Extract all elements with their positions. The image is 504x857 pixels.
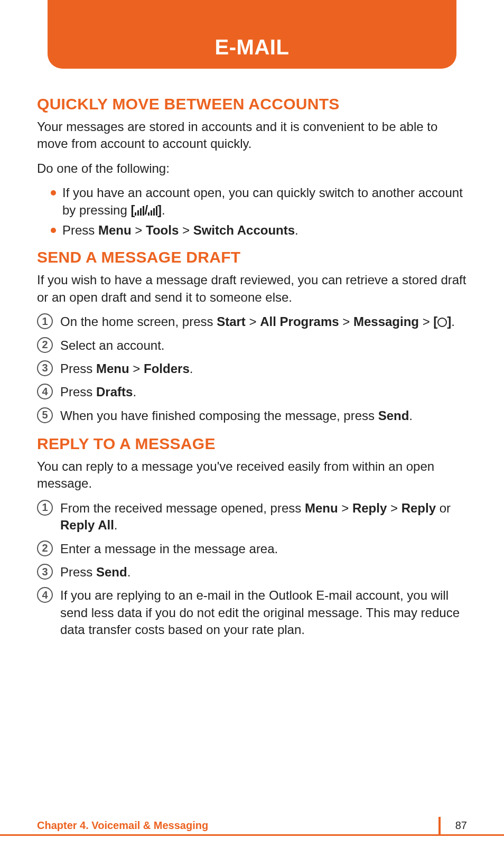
text: Enter a message in the message area. bbox=[60, 542, 278, 556]
step-item: 1 On the home screen, press Start > All … bbox=[37, 313, 467, 330]
text: . bbox=[127, 565, 131, 579]
footer: Chapter 4. Voicemail & Messaging 87 bbox=[0, 815, 504, 836]
signal-right-icon bbox=[148, 206, 157, 216]
quick-move-do-one: Do one of the following: bbox=[37, 160, 467, 177]
step-number-icon: 4 bbox=[37, 587, 53, 603]
text: When you have finished composing the mes… bbox=[60, 408, 378, 423]
step-item: 4 Press Drafts. bbox=[37, 384, 467, 400]
step-item: 4 If you are replying to an e-mail in th… bbox=[37, 587, 467, 638]
section-heading-quick-move: QUICKLY MOVE BETWEEN ACCOUNTS bbox=[37, 95, 467, 113]
step-number-icon: 1 bbox=[37, 500, 53, 516]
text: Press bbox=[60, 385, 96, 399]
text: If you are replying to an e-mail in the … bbox=[60, 588, 460, 637]
step-item: 1 From the received message opened, pres… bbox=[37, 500, 467, 534]
text-bold: Start bbox=[217, 314, 246, 329]
section-heading-send-draft: SEND A MESSAGE DRAFT bbox=[37, 248, 467, 266]
bullet-item: If you have an account open, you can qui… bbox=[51, 184, 467, 219]
content: QUICKLY MOVE BETWEEN ACCOUNTS Your messa… bbox=[37, 0, 467, 639]
reply-intro: You can reply to a message you've receiv… bbox=[37, 458, 467, 492]
step-item: 2 Select an account. bbox=[37, 337, 467, 354]
text-bold: Reply bbox=[402, 501, 436, 515]
text: Press bbox=[60, 361, 96, 376]
step-item: 5 When you have finished composing the m… bbox=[37, 407, 467, 424]
step-number-icon: 2 bbox=[37, 541, 53, 556]
footer-chapter-label: Chapter 4. Voicemail & Messaging bbox=[37, 819, 208, 832]
quick-move-intro: Your messages are stored in accounts and… bbox=[37, 118, 467, 153]
text-bold: Tools bbox=[146, 223, 179, 237]
step-number-icon: 3 bbox=[37, 564, 53, 580]
text: . bbox=[295, 223, 298, 237]
text: > bbox=[246, 314, 260, 329]
text: Press bbox=[62, 223, 98, 237]
text: > bbox=[129, 361, 144, 376]
text: . bbox=[114, 518, 118, 532]
text-bold: [ bbox=[433, 314, 437, 329]
text-bold: Messaging bbox=[353, 314, 419, 329]
text: . bbox=[162, 203, 165, 217]
page: E-MAIL QUICKLY MOVE BETWEEN ACCOUNTS You… bbox=[0, 0, 504, 857]
bullet-item: Press Menu > Tools > Switch Accounts. bbox=[51, 222, 467, 239]
text-bold: Reply All bbox=[60, 518, 114, 532]
text: Select an account. bbox=[60, 338, 164, 352]
footer-page-number: 87 bbox=[455, 819, 467, 832]
text-bold: All Programs bbox=[260, 314, 339, 329]
text: > bbox=[338, 501, 352, 515]
step-number-icon: 4 bbox=[37, 384, 53, 399]
text-bold: Folders bbox=[144, 361, 190, 376]
footer-line bbox=[0, 834, 504, 836]
text: or bbox=[436, 501, 451, 515]
section-heading-reply: REPLY TO A MESSAGE bbox=[37, 435, 467, 453]
text: > bbox=[179, 223, 193, 237]
step-item: 2 Enter a message in the message area. bbox=[37, 541, 467, 557]
text-bold: Menu bbox=[98, 223, 132, 237]
footer-divider bbox=[438, 817, 441, 836]
text: . bbox=[409, 408, 413, 423]
text-bold: [ bbox=[130, 203, 135, 217]
text-bold: / bbox=[144, 203, 148, 217]
text: . bbox=[133, 385, 136, 399]
step-item: 3 Press Menu > Folders. bbox=[37, 360, 467, 377]
step-number-icon: 3 bbox=[37, 360, 53, 376]
step-number-icon: 5 bbox=[37, 407, 53, 423]
page-title: E-MAIL bbox=[215, 35, 290, 59]
text: Press bbox=[60, 565, 96, 579]
text: > bbox=[132, 223, 146, 237]
text-bold: Reply bbox=[352, 501, 387, 515]
text-bold: Send bbox=[96, 565, 127, 579]
text: If you have an account open, you can qui… bbox=[62, 185, 463, 217]
quick-move-bullets: If you have an account open, you can qui… bbox=[37, 184, 467, 239]
text-bold: Drafts bbox=[96, 385, 133, 399]
circle-icon bbox=[437, 318, 447, 327]
text: On the home screen, press bbox=[60, 314, 217, 329]
send-draft-intro: If you wish to have a message draft revi… bbox=[37, 272, 467, 306]
text-bold: Menu bbox=[96, 361, 129, 376]
text-bold: ] bbox=[157, 203, 162, 217]
send-draft-steps: 1 On the home screen, press Start > All … bbox=[37, 313, 467, 424]
step-number-icon: 2 bbox=[37, 337, 53, 353]
text: > bbox=[419, 314, 433, 329]
signal-left-icon bbox=[135, 206, 144, 216]
reply-steps: 1 From the received message opened, pres… bbox=[37, 500, 467, 639]
step-number-icon: 1 bbox=[37, 313, 53, 329]
text-bold: Menu bbox=[305, 501, 338, 515]
step-item: 3 Press Send. bbox=[37, 564, 467, 581]
text-bold: Switch Accounts bbox=[193, 223, 295, 237]
text: > bbox=[387, 501, 401, 515]
text-bold: Send bbox=[378, 408, 409, 423]
text: . bbox=[190, 361, 193, 376]
header-tab: E-MAIL bbox=[48, 0, 456, 69]
text: . bbox=[451, 314, 455, 329]
text: From the received message opened, press bbox=[60, 501, 305, 515]
text: > bbox=[339, 314, 353, 329]
